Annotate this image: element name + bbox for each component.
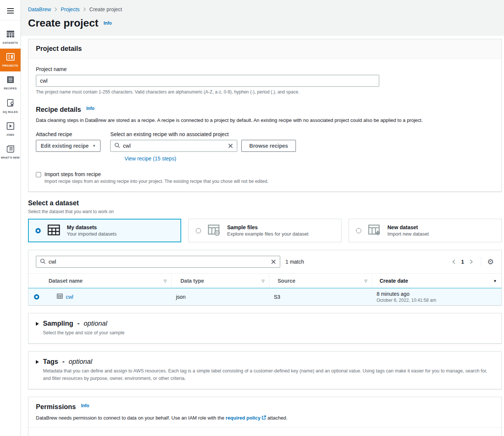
sidebar-item-jobs[interactable]: JOBS xyxy=(0,118,21,141)
radio-my-datasets[interactable] xyxy=(35,228,41,233)
permissions-info-link[interactable]: Info xyxy=(81,403,89,408)
column-header-dataset-name[interactable]: Dataset name ▽ xyxy=(45,274,171,288)
radio-new-dataset[interactable] xyxy=(356,228,361,233)
search-icon xyxy=(40,258,46,265)
sidebar-item-recipes[interactable]: RECIPES xyxy=(0,71,21,94)
view-recipe-link[interactable]: View recipe (15 steps) xyxy=(124,156,176,162)
dash: - xyxy=(62,358,65,366)
sidebar-item-projects[interactable]: PROJECTS xyxy=(0,49,21,71)
recipe-search-box xyxy=(110,140,237,152)
permissions-card: Permissions Info DataBrew needs permissi… xyxy=(28,397,502,436)
permissions-desc-text: DataBrew needs permission to connect to … xyxy=(36,415,226,421)
tags-title: Tags xyxy=(43,358,58,366)
sidebar-item-label: RECIPES xyxy=(4,87,16,90)
sidebar: DATASETS PROJECTS RECIPES DQ RULES xyxy=(0,0,21,436)
project-name-input[interactable] xyxy=(36,75,379,87)
recipe-details-title: Recipe details xyxy=(36,106,81,113)
sampling-optional-label: optional xyxy=(84,320,107,328)
project-details-card: Project details Project name The project… xyxy=(28,39,502,192)
sampling-subtitle: Select the type and size of your sample xyxy=(43,329,494,337)
column-label: Data type xyxy=(180,278,204,284)
search-icon xyxy=(114,142,120,149)
browse-recipes-button[interactable]: Browse recipes xyxy=(241,140,296,152)
new-dataset-icon xyxy=(368,224,381,237)
column-label: Dataset name xyxy=(49,278,83,284)
attached-recipe-dropdown[interactable]: Edit existing recipe ▼ xyxy=(36,140,101,152)
dataset-search-box xyxy=(36,256,280,268)
dash: - xyxy=(77,320,80,328)
sidebar-item-datasets[interactable]: DATASETS xyxy=(0,26,21,49)
my-datasets-icon xyxy=(47,224,61,237)
column-header-data-type[interactable]: Data type ▽ xyxy=(171,274,269,288)
permissions-description: DataBrew needs permission to connect to … xyxy=(36,415,494,421)
recipe-details-info-link[interactable]: Info xyxy=(86,106,95,111)
sidebar-item-label: JOBS xyxy=(6,133,14,136)
page-info-link[interactable]: Info xyxy=(103,21,112,26)
breadcrumb-projects[interactable]: Projects xyxy=(61,6,80,12)
chevron-down-icon: ▼ xyxy=(92,144,96,148)
app-window: DATASETS PROJECTS RECIPES DQ RULES xyxy=(0,0,504,436)
tags-expander[interactable]: Tags - optional xyxy=(36,358,494,366)
dataset-name-link[interactable]: cwl xyxy=(66,294,73,300)
tags-description: Metadata that you can define and assign … xyxy=(43,368,491,382)
column-header-create-date[interactable]: Create date ▼ xyxy=(372,274,501,288)
sampling-title: Sampling xyxy=(43,320,73,328)
jobs-icon xyxy=(6,122,15,131)
breadcrumb-databrew[interactable]: DataBrew xyxy=(28,6,51,12)
chevron-right-icon xyxy=(54,7,57,12)
dataset-tiles: My datasets Your imported datasets Sampl… xyxy=(28,219,502,242)
pagination: 1 xyxy=(452,259,473,265)
recipe-search-input[interactable] xyxy=(123,143,225,149)
sample-files-icon xyxy=(207,224,221,237)
clear-search-icon[interactable] xyxy=(271,259,276,264)
permissions-header: Permissions Info DataBrew needs permissi… xyxy=(28,397,501,428)
column-label: Create date xyxy=(380,278,408,284)
expand-arrow-icon xyxy=(36,322,39,326)
tags-card: Tags - optional Metadata that you can de… xyxy=(28,351,502,389)
breadcrumb-current: Create project xyxy=(89,6,122,12)
table-settings-gear-icon[interactable]: ⚙ xyxy=(487,258,494,265)
tile-title: My datasets xyxy=(67,224,117,230)
create-date-absolute: October 6, 2022, 10:41:58 am xyxy=(377,298,436,303)
dataset-search-input[interactable] xyxy=(49,259,268,265)
table-row-cwl[interactable]: cwl json S3 8 minutes ago October 6, 202… xyxy=(28,288,501,305)
sidebar-nav: DATASETS PROJECTS RECIPES DQ RULES xyxy=(0,20,21,163)
select-column-header xyxy=(28,274,45,288)
attached-recipe-value: Edit existing recipe xyxy=(41,143,89,149)
page-header: DataBrew Projects Create project Create … xyxy=(21,0,504,36)
sidebar-item-dq-rules[interactable]: DQ RULES xyxy=(0,94,21,118)
recipe-select-label: Select an existing recipe with no associ… xyxy=(110,131,296,137)
dataset-data-type: json xyxy=(171,292,269,302)
column-header-source[interactable]: Source ▽ xyxy=(269,274,372,288)
select-dataset-subtitle: Select the dataset that you want to work… xyxy=(28,209,502,214)
radio-sample-files[interactable] xyxy=(196,228,201,233)
sampling-expander[interactable]: Sampling - optional xyxy=(36,320,494,328)
expand-arrow-icon xyxy=(36,360,39,364)
tile-title: New dataset xyxy=(387,224,429,230)
next-page-icon[interactable] xyxy=(469,259,473,264)
sort-icon: ▽ xyxy=(364,279,367,283)
sort-desc-icon: ▼ xyxy=(493,279,497,283)
previous-page-icon[interactable] xyxy=(452,259,456,264)
select-dataset-section: Select a dataset Select the dataset that… xyxy=(28,199,502,214)
row-radio-selected[interactable] xyxy=(34,294,39,300)
page-title: Create project xyxy=(28,17,98,29)
external-link-icon xyxy=(262,415,266,421)
project-details-title: Project details xyxy=(36,45,82,52)
import-steps-checkbox[interactable] xyxy=(36,172,41,177)
clear-search-icon[interactable] xyxy=(228,143,233,148)
tile-new-dataset[interactable]: New dataset Import new dataset xyxy=(349,219,502,242)
attached-recipe-label: Attached recipe xyxy=(36,131,101,137)
breadcrumb: DataBrew Projects Create project xyxy=(28,6,495,12)
column-label: Source xyxy=(278,278,295,284)
permissions-title: Permissions xyxy=(36,403,76,411)
required-policy-link[interactable]: required policy xyxy=(226,415,260,421)
dq-rules-icon xyxy=(6,98,15,108)
menu-hamburger-icon[interactable] xyxy=(0,0,21,20)
sidebar-item-whats-new[interactable]: WHAT'S NEW xyxy=(0,141,21,163)
main-content: DataBrew Projects Create project Create … xyxy=(21,0,504,436)
tile-subtitle: Explore example files for your dataset xyxy=(227,231,309,237)
dataset-source: S3 xyxy=(269,292,372,302)
tile-my-datasets[interactable]: My datasets Your imported datasets xyxy=(28,219,181,242)
tile-sample-files[interactable]: Sample files Explore example files for y… xyxy=(188,219,341,242)
